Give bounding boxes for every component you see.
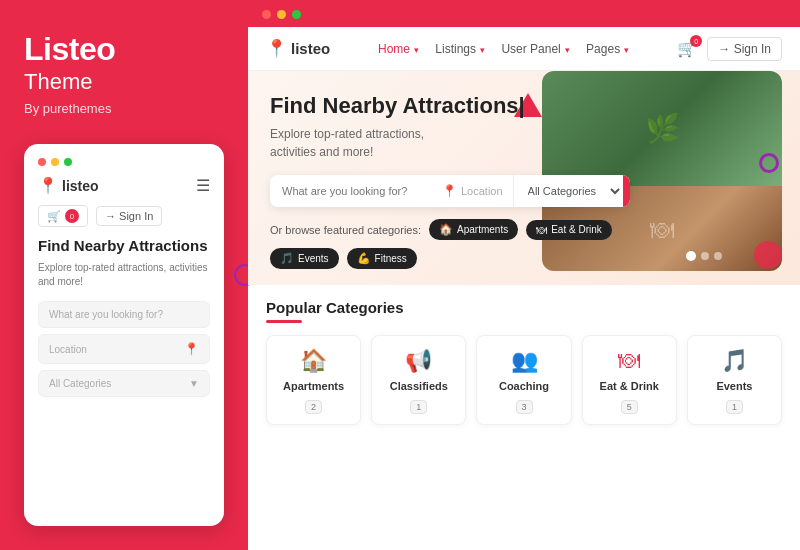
- cat-card-eat-drink[interactable]: 🍽 Eat & Drink 5: [582, 335, 677, 425]
- cat-count-classifieds: 1: [410, 400, 427, 414]
- chip-eat-drink-icon: 🍽: [536, 224, 547, 236]
- cat-count-apartments: 2: [305, 400, 322, 414]
- mockup-hero-sub: Explore top-rated attractions, activitie…: [38, 261, 210, 289]
- cat-count-coaching: 3: [516, 400, 533, 414]
- brand-subtitle: Theme: [24, 69, 224, 95]
- section-underline: [266, 320, 302, 323]
- mockup-location-pin-icon: 📍: [184, 342, 199, 356]
- nav-home-arrow-icon: ▾: [414, 45, 419, 55]
- cat-card-classifieds[interactable]: 📢 Classifieds 1: [371, 335, 466, 425]
- hero-search-button[interactable]: Search: [623, 175, 630, 207]
- browser-dot-red: [262, 10, 271, 19]
- popular-categories-section: Popular Categories 🏠 Apartments 2 📢 Clas…: [248, 285, 800, 550]
- hero-search-bar: 📍 Location All Categories Search: [270, 175, 630, 207]
- hero-location-pin-icon: 📍: [442, 184, 457, 198]
- desktop-logo: 📍 listeo: [266, 38, 330, 59]
- purple-circle-decoration: [759, 153, 779, 173]
- hero-title: Find Nearby Attractions|: [270, 93, 630, 119]
- cat-icon-classifieds: 📢: [382, 348, 455, 374]
- chip-fitness[interactable]: 💪 Fitness: [347, 248, 417, 269]
- desktop-logo-pin-icon: 📍: [266, 38, 287, 59]
- chip-events[interactable]: 🎵 Events: [270, 248, 339, 269]
- mockup-dot-green: [64, 158, 72, 166]
- mockup-dropdown-arrow-icon: ▼: [189, 378, 199, 389]
- cat-icon-coaching: 👥: [487, 348, 560, 374]
- brand-by: By purethemes: [24, 101, 224, 116]
- mockup-cart-badge: 0: [65, 209, 79, 223]
- desktop-logo-text: listeo: [291, 40, 330, 57]
- desktop-cart-button[interactable]: 🛒 0: [677, 39, 697, 58]
- desktop-signin-button[interactable]: → Sign In: [707, 37, 782, 61]
- mockup-location-input[interactable]: Location 📍: [38, 334, 210, 364]
- mockup-dot-red: [38, 158, 46, 166]
- chip-events-icon: 🎵: [280, 252, 294, 265]
- chip-apartments[interactable]: 🏠 Apartments: [429, 219, 518, 240]
- hero-search-input[interactable]: [270, 176, 432, 206]
- mockup-dot-yellow: [51, 158, 59, 166]
- categories-grid: 🏠 Apartments 2 📢 Classifieds 1 👥 Coachin…: [266, 335, 782, 425]
- cat-card-apartments[interactable]: 🏠 Apartments 2: [266, 335, 361, 425]
- left-panel: Listeo Theme By purethemes 📍 listeo ☰ 🛒 …: [0, 0, 248, 550]
- cart-icon: 🛒: [47, 210, 61, 223]
- nav-link-pages[interactable]: Pages ▾: [586, 42, 629, 56]
- nav-link-user-panel[interactable]: User Panel ▾: [501, 42, 570, 56]
- mockup-cart-button[interactable]: 🛒 0: [38, 205, 88, 227]
- cat-card-coaching[interactable]: 👥 Coaching 3: [476, 335, 571, 425]
- right-panel: 📍 listeo Home ▾ Listings ▾ User Panel ▾ …: [248, 0, 800, 550]
- nav-listings-arrow-icon: ▾: [480, 45, 485, 55]
- nav-pages-arrow-icon: ▾: [624, 45, 629, 55]
- hero-section: Find Nearby Attractions| Explore top-rat…: [248, 71, 800, 285]
- cat-icon-eat-drink: 🍽: [593, 348, 666, 374]
- cat-count-events: 1: [726, 400, 743, 414]
- hero-left: Find Nearby Attractions| Explore top-rat…: [270, 93, 630, 269]
- mockup-logo: 📍 listeo: [38, 176, 99, 195]
- hero-categories-select[interactable]: All Categories: [513, 175, 623, 207]
- signin-arrow-icon: →: [718, 42, 733, 56]
- desktop-site: 📍 listeo Home ▾ Listings ▾ User Panel ▾ …: [248, 27, 800, 550]
- nav-link-listings[interactable]: Listings ▾: [435, 42, 485, 56]
- cat-name-events: Events: [698, 380, 771, 392]
- browser-dot-green: [292, 10, 301, 19]
- browse-featured-row: Or browse featured categories: 🏠 Apartme…: [270, 219, 630, 269]
- mockup-categories-dropdown[interactable]: All Categories ▼: [38, 370, 210, 397]
- hero-location-input[interactable]: 📍 Location: [432, 175, 513, 207]
- mockup-signin-button[interactable]: → Sign In: [96, 206, 162, 226]
- desktop-cart-badge: 0: [690, 35, 702, 47]
- mockup-cart-area: 🛒 0 → Sign In: [38, 205, 210, 227]
- popular-section-title: Popular Categories: [266, 299, 782, 316]
- mockup-logo-text: listeo: [62, 178, 99, 194]
- cat-name-eat-drink: Eat & Drink: [593, 380, 666, 392]
- mockup-hero-title: Find Nearby Attractions: [38, 237, 210, 255]
- mockup-search-input[interactable]: What are you looking for?: [38, 301, 210, 328]
- signin-icon: →: [105, 210, 116, 222]
- cat-card-events[interactable]: 🎵 Events 1: [687, 335, 782, 425]
- mockup-nav: 📍 listeo ☰: [38, 176, 210, 195]
- brand-title: Listeo: [24, 32, 224, 67]
- desktop-nav-right: 🛒 0 → Sign In: [677, 37, 782, 61]
- chip-fitness-icon: 💪: [357, 252, 371, 265]
- chip-eat-drink[interactable]: 🍽 Eat & Drink: [526, 220, 612, 240]
- mockup-window-controls: [38, 158, 210, 166]
- cat-name-coaching: Coaching: [487, 380, 560, 392]
- hero-right: 🌿 🍽: [630, 93, 782, 269]
- browser-chrome: [248, 0, 800, 27]
- cat-icon-events: 🎵: [698, 348, 771, 374]
- nav-userpanel-arrow-icon: ▾: [565, 45, 570, 55]
- chip-apartments-icon: 🏠: [439, 223, 453, 236]
- slide-dot-2: [701, 252, 709, 260]
- browser-dot-yellow: [277, 10, 286, 19]
- mobile-mockup: 📍 listeo ☰ 🛒 0 → Sign In Find Nearby Att…: [24, 144, 224, 526]
- slide-dot-3: [714, 252, 722, 260]
- slider-dots-indicator: [686, 251, 722, 261]
- nav-link-home[interactable]: Home ▾: [378, 42, 419, 56]
- cat-name-classifieds: Classifieds: [382, 380, 455, 392]
- pink-circle-decoration: [754, 241, 782, 269]
- desktop-nav: 📍 listeo Home ▾ Listings ▾ User Panel ▾ …: [248, 27, 800, 71]
- hero-subtitle: Explore top-rated attractions, activitie…: [270, 125, 470, 161]
- desktop-nav-links: Home ▾ Listings ▾ User Panel ▾ Pages ▾: [378, 42, 629, 56]
- hamburger-icon[interactable]: ☰: [196, 176, 210, 195]
- cat-count-eat-drink: 5: [621, 400, 638, 414]
- browse-featured-label: Or browse featured categories:: [270, 224, 421, 236]
- cat-icon-apartments: 🏠: [277, 348, 350, 374]
- cat-name-apartments: Apartments: [277, 380, 350, 392]
